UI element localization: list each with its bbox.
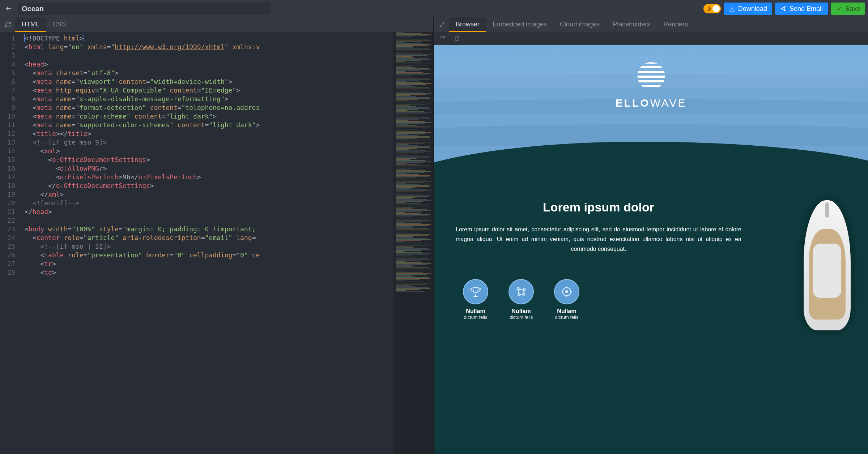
feature-item: Nullamdictum felis — [554, 279, 579, 320]
back-button[interactable] — [3, 3, 14, 14]
email-preview: ELLOWAVE Lorem ipsum dolor Lorem ipsum d… — [434, 45, 868, 454]
theme-toggle[interactable] — [703, 4, 721, 13]
svg-point-0 — [517, 288, 519, 290]
feature-title: Nullam — [554, 308, 579, 314]
send-email-label: Send Email — [790, 5, 823, 13]
check-icon — [836, 5, 842, 12]
expand-icon — [439, 22, 445, 27]
preview-toolbar — [434, 32, 868, 45]
expand-preview-button[interactable] — [435, 18, 448, 31]
svg-point-3 — [523, 293, 525, 295]
tab-html[interactable]: HTML — [15, 17, 46, 32]
feature-icon — [509, 279, 534, 304]
minimap[interactable] — [393, 32, 433, 454]
download-icon — [729, 5, 735, 12]
hero-title: Lorem ipsum dolor — [456, 200, 741, 214]
arrow-left-icon — [5, 5, 13, 13]
save-button[interactable]: Save — [831, 3, 865, 15]
feature-item: Nullamdictum felis — [463, 279, 488, 320]
save-label: Save — [845, 5, 860, 13]
moon-icon — [706, 6, 711, 11]
refresh-icon — [5, 21, 11, 28]
send-email-button[interactable]: Send Email — [775, 3, 828, 15]
preview-pane: BrowserEmbedded imagesCloud imagesPlaceh… — [434, 17, 868, 454]
tab-cloud-images[interactable]: Cloud images — [553, 17, 606, 32]
svg-point-5 — [566, 291, 568, 293]
top-toolbar: Download Send Email Save — [0, 0, 868, 17]
open-external-button[interactable] — [452, 33, 462, 43]
reload-icon — [440, 35, 446, 41]
project-title-input[interactable] — [17, 3, 271, 15]
left-tabbar: HTMLCSS — [0, 17, 433, 32]
tab-placeholders[interactable]: Placeholders — [606, 17, 657, 32]
tab-renders[interactable]: Renders — [657, 17, 694, 32]
feature-title: Nullam — [509, 308, 534, 314]
feature-icon — [463, 279, 488, 304]
feature-title: Nullam — [463, 308, 488, 314]
feature-subtitle: dictum felis — [463, 314, 488, 320]
send-icon — [780, 5, 787, 12]
code-editor[interactable]: 1234567891011121314151617181920212223242… — [0, 32, 433, 454]
line-gutter: 1234567891011121314151617181920212223242… — [0, 32, 21, 454]
feature-icon — [554, 279, 579, 304]
code-content[interactable]: <!DOCTYPE html><html lang="en" xmlns="ht… — [21, 32, 393, 454]
refresh-code-button[interactable] — [1, 18, 14, 31]
preview-hero: Lorem ipsum dolor Lorem ipsum dolor sit … — [456, 200, 741, 254]
feature-subtitle: dictum felis — [509, 314, 534, 320]
download-label: Download — [738, 5, 767, 13]
hero-text: Lorem ipsum dolor sit amet, consectetur … — [456, 224, 741, 254]
tab-browser[interactable]: Browser — [449, 17, 486, 32]
yacht-graphic — [804, 200, 851, 330]
tab-css[interactable]: CSS — [46, 17, 72, 32]
reload-preview-button[interactable] — [438, 33, 448, 43]
external-icon — [454, 35, 460, 41]
feature-row: Nullamdictum felisNullamdictum felisNull… — [463, 279, 579, 320]
feature-item: Nullamdictum felis — [509, 279, 534, 320]
svg-point-2 — [518, 294, 520, 296]
tab-embedded-images[interactable]: Embedded images — [486, 17, 553, 32]
svg-point-1 — [523, 289, 526, 291]
code-pane: HTMLCSS 12345678910111213141516171819202… — [0, 17, 434, 454]
download-button[interactable]: Download — [724, 3, 772, 15]
preview-logo: ELLOWAVE — [615, 60, 686, 109]
wave-logo-icon — [635, 60, 667, 92]
feature-subtitle: dictum felis — [554, 314, 579, 320]
right-tabbar: BrowserEmbedded imagesCloud imagesPlaceh… — [434, 17, 868, 32]
